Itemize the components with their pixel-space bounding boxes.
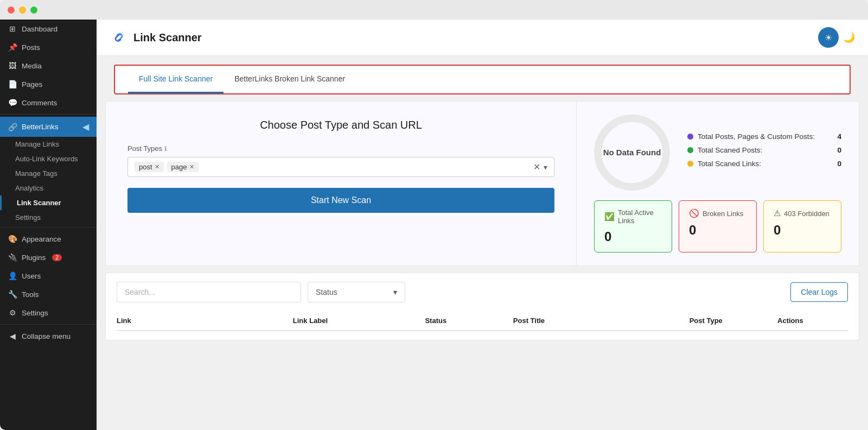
media-icon: 🖼 bbox=[8, 61, 17, 70]
sidebar-item-posts[interactable]: 📌 Posts bbox=[0, 38, 97, 56]
broken-links-value: 0 bbox=[689, 223, 746, 238]
theme-dark-button[interactable]: 🌙 bbox=[843, 31, 855, 43]
tab-full-site[interactable]: Full Site Link Scanner bbox=[128, 66, 224, 93]
stat-row-scanned-links: Total Scaned Links: 0 bbox=[687, 160, 841, 168]
donut-area: No Data Found Total Posts, Pages & Custo… bbox=[594, 115, 841, 191]
sidebar-item-analytics[interactable]: Analytics bbox=[0, 181, 97, 195]
minimize-button[interactable] bbox=[19, 7, 26, 14]
sidebar-item-settings-main[interactable]: ⚙ Settings bbox=[0, 303, 97, 322]
posts-icon: 📌 bbox=[8, 43, 17, 52]
dashboard-icon: ⊞ bbox=[8, 24, 17, 33]
plugins-badge: 2 bbox=[52, 254, 62, 261]
content-area: Choose Post Type and Scan URL Post Types… bbox=[97, 94, 868, 430]
sidebar-item-tools[interactable]: 🔧 Tools bbox=[0, 285, 97, 303]
forbidden-value: 0 bbox=[774, 223, 831, 238]
scanner-title: Choose Post Type and Scan URL bbox=[260, 119, 422, 131]
tabs-section: Full Site Link Scanner BetterLinks Broke… bbox=[114, 65, 851, 94]
header-left: Link Scanner bbox=[110, 28, 202, 47]
sidebar-item-betterlinks[interactable]: 🔗 BetterLinks ◀ bbox=[0, 117, 97, 137]
stat-row-scanned-posts: Total Scaned Posts: 0 bbox=[687, 146, 841, 154]
page-header: Link Scanner ☀ 🌙 bbox=[97, 20, 868, 56]
sidebar-item-appearance[interactable]: 🎨 Appearance bbox=[0, 230, 97, 248]
users-icon: 👤 bbox=[8, 271, 17, 280]
active-links-icon: ✅ bbox=[604, 212, 615, 222]
settings-main-icon: ⚙ bbox=[8, 308, 17, 317]
header-right: ☀ 🌙 bbox=[818, 27, 855, 48]
forbidden-icon: ⚠ bbox=[774, 208, 781, 218]
th-post-title: Post Title bbox=[513, 317, 690, 325]
tabs-row: Full Site Link Scanner BetterLinks Broke… bbox=[128, 66, 837, 93]
stat-value-scanned-links: 0 bbox=[837, 160, 841, 168]
logs-section: Status ▾ Clear Logs Link Link Label Stat… bbox=[105, 273, 859, 340]
th-link: Link bbox=[117, 317, 293, 325]
th-link-label: Link Label bbox=[293, 317, 425, 325]
sidebar-item-plugins[interactable]: 🔌 Plugins 2 bbox=[0, 248, 97, 267]
theme-light-button[interactable]: ☀ bbox=[818, 27, 839, 48]
post-types-label: Post Types ℹ bbox=[127, 144, 167, 153]
title-bar bbox=[0, 0, 868, 20]
sidebar-item-link-scanner[interactable]: Link Scanner bbox=[0, 195, 97, 210]
status-select[interactable]: Status ▾ bbox=[308, 282, 405, 302]
tags-clear-button[interactable]: ✕ bbox=[533, 162, 540, 172]
maximize-button[interactable] bbox=[30, 7, 37, 14]
betterlinks-logo bbox=[110, 28, 128, 47]
page-title: Link Scanner bbox=[133, 31, 202, 44]
sidebar: ⊞ Dashboard 📌 Posts 🖼 Media 📄 Pages 💬 Co… bbox=[0, 20, 97, 430]
stat-dot-posts bbox=[687, 134, 693, 140]
sidebar-item-comments[interactable]: 💬 Comments bbox=[0, 93, 97, 112]
tag-page-close[interactable]: ✕ bbox=[189, 163, 194, 170]
clear-logs-button[interactable]: Clear Logs bbox=[790, 282, 848, 302]
donut-ring: No Data Found bbox=[594, 115, 670, 191]
main-content: Link Scanner ☀ 🌙 Full Site Link Scanner … bbox=[97, 20, 868, 430]
stat-value-scanned-posts: 0 bbox=[837, 146, 841, 154]
pages-icon: 📄 bbox=[8, 80, 17, 88]
tools-icon: 🔧 bbox=[8, 290, 17, 299]
app-body: ⊞ Dashboard 📌 Posts 🖼 Media 📄 Pages 💬 Co… bbox=[0, 20, 868, 430]
stat-value-total-posts: 4 bbox=[837, 132, 841, 141]
start-scan-button[interactable]: Start New Scan bbox=[127, 188, 554, 213]
post-types-info-icon[interactable]: ℹ bbox=[164, 145, 167, 153]
sidebar-item-manage-links[interactable]: Manage Links bbox=[0, 137, 97, 151]
search-input[interactable] bbox=[117, 282, 301, 302]
sidebar-item-users[interactable]: 👤 Users bbox=[0, 267, 97, 285]
sidebar-item-settings-sub[interactable]: Settings bbox=[0, 210, 97, 225]
scanner-left: Choose Post Type and Scan URL Post Types… bbox=[106, 102, 577, 265]
card-broken-links: 🚫 Broken Links 0 bbox=[679, 200, 757, 252]
tag-page: page ✕ bbox=[167, 162, 199, 172]
filter-row: Status ▾ Clear Logs bbox=[117, 282, 848, 302]
sidebar-item-dashboard[interactable]: ⊞ Dashboard bbox=[0, 20, 97, 38]
scanner-section: Choose Post Type and Scan URL Post Types… bbox=[105, 101, 859, 266]
sidebar-item-collapse[interactable]: ◀ Collapse menu bbox=[0, 327, 97, 345]
active-links-value: 0 bbox=[604, 229, 662, 244]
sidebar-item-manage-tags[interactable]: Manage Tags bbox=[0, 166, 97, 181]
stat-dot-scanned-posts bbox=[687, 147, 693, 153]
status-dropdown-arrow-icon: ▾ bbox=[393, 288, 397, 296]
betterlinks-arrow-icon: ◀ bbox=[82, 122, 89, 132]
sidebar-item-media[interactable]: 🖼 Media bbox=[0, 56, 97, 75]
stats-list: Total Posts, Pages & Custom Posts: 4 Tot… bbox=[687, 132, 841, 173]
collapse-icon: ◀ bbox=[8, 332, 17, 340]
betterlinks-icon: 🔗 bbox=[8, 123, 17, 131]
stat-dot-scanned-links bbox=[687, 161, 693, 167]
sidebar-divider-2 bbox=[0, 227, 97, 227]
tag-post-close[interactable]: ✕ bbox=[155, 163, 159, 170]
card-forbidden: ⚠ 403 Forbidden 0 bbox=[763, 200, 841, 252]
sidebar-divider-3 bbox=[0, 324, 97, 325]
tabs-container-wrapper: Full Site Link Scanner BetterLinks Broke… bbox=[97, 56, 868, 94]
close-button[interactable] bbox=[8, 7, 15, 14]
plugins-icon: 🔌 bbox=[8, 253, 17, 262]
sidebar-divider-1 bbox=[0, 114, 97, 115]
th-actions: Actions bbox=[777, 317, 848, 325]
post-types-selector[interactable]: post ✕ page ✕ ✕ ▾ bbox=[127, 157, 554, 177]
sidebar-item-pages[interactable]: 📄 Pages bbox=[0, 75, 97, 93]
card-active-links: ✅ Total Active Links 0 bbox=[594, 200, 672, 252]
broken-links-icon: 🚫 bbox=[689, 208, 699, 218]
sidebar-item-auto-link-keywords[interactable]: Auto-Link Keywords bbox=[0, 151, 97, 166]
th-status: Status bbox=[425, 317, 513, 325]
summary-cards: ✅ Total Active Links 0 🚫 Broken Links bbox=[594, 200, 841, 252]
th-post-type: Post Type bbox=[690, 317, 777, 325]
dropdown-arrow-icon[interactable]: ▾ bbox=[544, 163, 547, 172]
appearance-icon: 🎨 bbox=[8, 235, 17, 243]
tab-betterlinks-broken[interactable]: BetterLinks Broken Link Scanner bbox=[224, 66, 356, 93]
scanner-right: No Data Found Total Posts, Pages & Custo… bbox=[577, 102, 859, 265]
